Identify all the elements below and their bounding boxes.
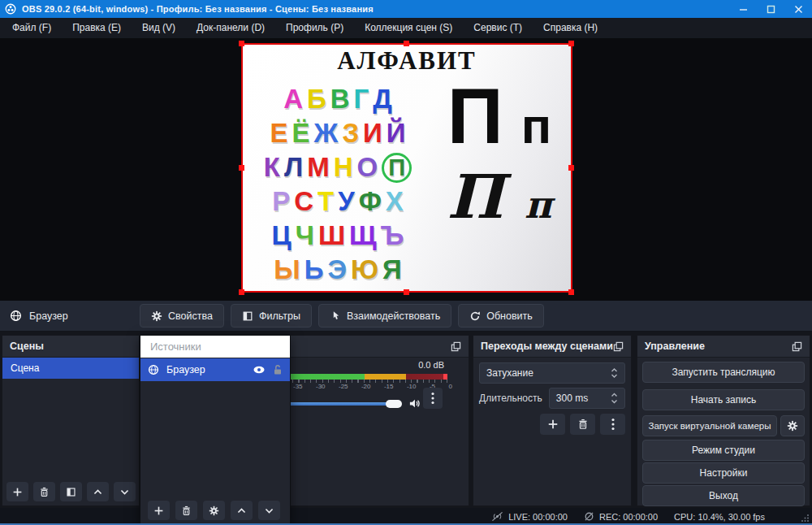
- menu-view[interactable]: Вид (V): [132, 18, 186, 38]
- source-properties-button[interactable]: [203, 501, 225, 520]
- obs-logo-icon: [5, 3, 16, 15]
- alphabet-row: АБВГД: [244, 82, 431, 116]
- resize-grip[interactable]: [801, 514, 810, 523]
- alphabet-letter: Г: [354, 85, 369, 114]
- rec-status: REC: 00:00:00: [584, 511, 658, 522]
- add-source-button[interactable]: [148, 501, 170, 520]
- transition-select[interactable]: Затухание: [479, 362, 625, 384]
- start-recording-button[interactable]: Начать запись: [642, 389, 805, 410]
- menu-profile[interactable]: Профиль (P): [275, 18, 354, 38]
- speaker-icon[interactable]: [408, 397, 421, 410]
- scene-item[interactable]: Сцена: [2, 358, 139, 379]
- transitions-toolbar: [540, 414, 625, 435]
- alphabet-letter: Ь: [304, 255, 324, 284]
- menu-docks[interactable]: Док-панели (D): [186, 18, 275, 38]
- visibility-eye-icon[interactable]: [253, 364, 266, 375]
- menu-scene-collection[interactable]: Коллекция сцен (S): [354, 18, 463, 38]
- alphabet-letter: З: [342, 119, 359, 148]
- refresh-button[interactable]: Обновить: [458, 304, 544, 328]
- menu-tools[interactable]: Сервис (T): [463, 18, 533, 38]
- volume-slider-handle[interactable]: [386, 400, 402, 408]
- virtual-camera-settings-button[interactable]: [780, 415, 805, 436]
- resize-handle-bottom-left[interactable]: [239, 289, 244, 295]
- interact-button[interactable]: Взаимодействовать: [318, 304, 451, 328]
- alphabet-letter: И: [363, 119, 382, 148]
- controls-popout-icon[interactable]: [792, 341, 802, 352]
- alphabet-letter: Э: [327, 255, 346, 284]
- alphabet-letter: М: [307, 153, 330, 182]
- alphabet-grid: АБВГДЕЁЖЗИЙКЛМНОПРСТУФХЦЧШЩЪЫЬЭЮЯ: [244, 82, 431, 287]
- alphabet-letter: Т: [317, 187, 334, 216]
- scene-filters-button[interactable]: [60, 482, 82, 501]
- resize-handle-mid-left[interactable]: [239, 165, 244, 171]
- script-letter-upper: П: [447, 167, 503, 227]
- alphabet-letter: Ф: [359, 187, 382, 216]
- remove-scene-button[interactable]: [33, 482, 55, 501]
- menu-edit[interactable]: Правка (E): [62, 18, 132, 38]
- browser-source-preview[interactable]: АЛФАВИТ АБВГДЕЁЖЗИЙКЛМНОПРСТУФХЦЧШЩЪЫЬЭЮ…: [241, 43, 572, 293]
- menu-file[interactable]: Файл (F): [2, 18, 62, 38]
- minimize-button[interactable]: [729, 0, 757, 18]
- remove-source-button[interactable]: [175, 501, 197, 520]
- sources-window-titlebar[interactable]: Источники: [140, 336, 290, 358]
- transitions-popout-icon[interactable]: [613, 341, 624, 352]
- settings-button[interactable]: Настройки: [642, 462, 805, 484]
- filters-button[interactable]: Фильтры: [231, 304, 312, 328]
- alphabet-letter: Н: [334, 153, 353, 182]
- docks-area: Сцены Сцена 0.0 dB -35-30-25-20-15-10-50: [0, 332, 812, 508]
- alphabet-letter: К: [264, 153, 280, 182]
- scene-move-up-button[interactable]: [87, 482, 109, 501]
- alphabet-letter: Ю: [351, 255, 378, 284]
- gear-icon: [151, 310, 162, 322]
- remove-transition-button[interactable]: [570, 414, 595, 435]
- duration-row: Длительность 300 ms: [479, 388, 625, 409]
- source-move-up-button[interactable]: [231, 501, 253, 520]
- transition-menu-button[interactable]: [600, 414, 625, 435]
- globe-icon: [10, 310, 22, 322]
- source-item-browser[interactable]: Браузер: [140, 358, 290, 381]
- maximize-button[interactable]: [757, 0, 784, 18]
- close-button[interactable]: [784, 0, 812, 18]
- alphabet-letter: В: [330, 85, 350, 114]
- alphabet-letter: Б: [307, 85, 326, 114]
- cpu-status: CPU: 10.4%, 30.00 fps: [674, 512, 765, 522]
- studio-mode-button[interactable]: Режим студии: [642, 440, 805, 461]
- add-scene-button[interactable]: [6, 482, 28, 501]
- alphabet-letter: Я: [382, 255, 402, 284]
- spinner-arrows-icon[interactable]: [611, 392, 618, 405]
- mixer-popout-icon[interactable]: [451, 341, 461, 352]
- resize-handle-bottom-center[interactable]: [404, 289, 409, 295]
- source-move-down-button[interactable]: [258, 501, 280, 520]
- start-virtual-camera-button[interactable]: Запуск виртуальной камеры: [642, 415, 777, 436]
- mixer-db-value: 0.0 dB: [418, 360, 444, 370]
- mixer-menu-button[interactable]: [423, 388, 443, 409]
- alphabet-letter: Ч: [296, 221, 314, 250]
- controls-title: Управление: [645, 341, 705, 352]
- resize-handle-top-center[interactable]: [404, 41, 409, 46]
- resize-handle-mid-right[interactable]: [568, 165, 574, 171]
- add-transition-button[interactable]: [540, 414, 565, 435]
- properties-button[interactable]: Свойства: [140, 304, 224, 328]
- duration-spinner[interactable]: 300 ms: [549, 388, 625, 409]
- menu-help[interactable]: Справка (H): [533, 18, 608, 38]
- exit-button[interactable]: Выход: [642, 485, 805, 506]
- resize-handle-bottom-right[interactable]: [568, 289, 574, 295]
- start-streaming-button[interactable]: Запустить трансляцию: [642, 362, 805, 383]
- title-bar: OBS 29.0.2 (64-bit, windows) - Профиль: …: [0, 0, 812, 18]
- resize-handle-top-left[interactable]: [239, 41, 244, 46]
- scene-move-down-button[interactable]: [114, 482, 136, 501]
- alphabet-letter: Ё: [292, 119, 309, 148]
- alphabet-letter: У: [338, 187, 355, 216]
- status-bar: LIVE: 00:00:00 REC: 00:00:00 CPU: 10.4%,…: [0, 508, 812, 525]
- alphabet-letter: Л: [284, 153, 303, 182]
- record-off-icon: [584, 511, 594, 522]
- scenes-toolbar: [6, 482, 136, 501]
- scenes-title: Сцены: [10, 341, 44, 352]
- sources-title: Источники: [150, 341, 201, 353]
- lock-icon[interactable]: [273, 364, 283, 375]
- alphabet-letter: Е: [270, 119, 287, 148]
- duration-label: Длительность: [479, 393, 542, 404]
- alphabet-letter: Ш: [318, 221, 345, 250]
- resize-handle-top-right[interactable]: [568, 41, 574, 46]
- alphabet-letter: Ц: [272, 221, 292, 250]
